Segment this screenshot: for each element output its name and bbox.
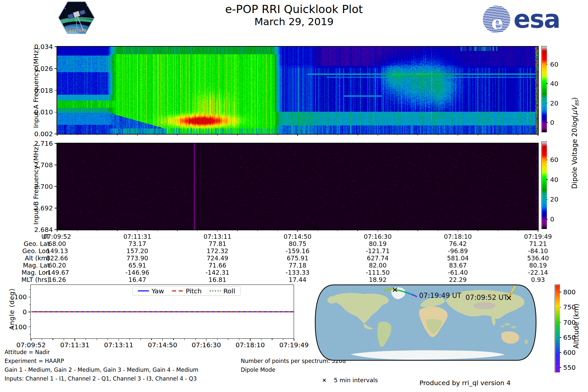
colorbar-tick-label: 0 — [550, 215, 554, 223]
interval-marker-icon: × — [322, 377, 326, 383]
xtick-mark — [57, 230, 57, 232]
table-cell: 18.92 — [351, 276, 404, 283]
altitude-tick-mark — [560, 367, 561, 368]
table-cell: 724.49 — [191, 254, 244, 262]
minor-xtick-mark — [318, 230, 318, 231]
minor-xtick-mark — [417, 134, 418, 135]
table-cell: 773.90 — [111, 254, 163, 262]
table-cell: 07:19:49 — [512, 233, 564, 240]
altitude-tick-mark — [560, 322, 561, 323]
xtick-mark — [538, 230, 538, 232]
minor-xtick-mark — [77, 230, 77, 231]
minor-xtick-mark — [197, 134, 198, 135]
minor-xtick-mark — [117, 134, 117, 135]
minor-xtick-mark — [498, 230, 498, 231]
altitude-colorbar — [555, 285, 560, 372]
table-cell: 675.91 — [271, 254, 324, 262]
ytick-label: 0.034 — [31, 43, 53, 51]
xtick-mark — [378, 230, 378, 232]
input-b-spectrogram — [57, 143, 538, 230]
colorbar-tick-mark — [546, 122, 548, 123]
page-title: e-POP RRI Quicklook Plot March 29, 2019 — [147, 3, 441, 27]
colorbar-a — [542, 47, 547, 132]
minor-xtick-mark — [518, 230, 518, 231]
track-start-time-label: 07:09:52 UT — [466, 294, 508, 302]
altitude-tick-label: 800 — [563, 288, 576, 296]
gains-text: Gain 1 - Medium, Gain 2 - Medium, Gain 3… — [5, 367, 198, 373]
xtick-mark — [458, 134, 458, 136]
angle-minor-xtick — [129, 339, 130, 340]
ytick-mark — [55, 186, 57, 187]
colorbar-tick-label: 40 — [550, 176, 558, 184]
minor-xtick-mark — [398, 230, 398, 231]
esa-globe-icon: e — [483, 6, 510, 33]
ytick-label: 2.692 — [31, 204, 53, 212]
angle-minor-xtick — [217, 339, 218, 340]
produced-by-text: Produced by rri_ql version 4 — [419, 379, 511, 387]
patch-label: CASSIOPE — [66, 29, 87, 32]
track-end-time-label: 07:19:49 UT — [419, 292, 461, 300]
angle-ytick-label: 0 — [7, 308, 27, 316]
table-cell: 822.66 — [31, 254, 83, 262]
inputs-text: Inputs: Channel 1 - I1, Channel 2 - Q1, … — [5, 375, 197, 382]
xtick-mark — [137, 230, 138, 232]
altitude-tick-mark — [560, 292, 561, 292]
experiment-text: Experiment = HAARP — [5, 358, 64, 364]
angle-xtick-mark — [206, 339, 207, 341]
minor-xtick-mark — [417, 230, 418, 231]
ytick-mark — [55, 229, 57, 230]
table-cell: 80.19 — [512, 262, 564, 269]
colorbar-tick-label: 20 — [550, 99, 558, 107]
minor-xtick-mark — [177, 230, 177, 231]
colorbar-tick-mark — [546, 160, 548, 160]
plot-date: March 29, 2019 — [147, 16, 441, 27]
minor-xtick-mark — [438, 230, 438, 231]
esa-wordmark: esa — [514, 5, 560, 34]
minor-xtick-mark — [197, 230, 198, 231]
angle-xtick-mark — [74, 339, 75, 341]
table-cell: 60.20 — [31, 262, 83, 269]
minor-xtick-mark — [237, 134, 237, 135]
angle-xtick-mark — [119, 339, 119, 341]
table-cell: 16.47 — [111, 276, 163, 283]
ytick-label: 2.708 — [31, 161, 53, 169]
angle-ytick-label: −100 — [7, 323, 27, 331]
angle-minor-ytick — [29, 304, 31, 305]
table-cell: 581.04 — [432, 254, 484, 262]
table-cell: -149.67 — [31, 269, 83, 276]
table-cell: 07:09:52 — [31, 233, 83, 240]
table-cell: 536.40 — [512, 254, 564, 262]
table-cell: 17.44 — [271, 276, 324, 283]
table-cell: -61.40 — [432, 269, 484, 276]
table-cell: 71.66 — [191, 262, 244, 269]
ytick-mark — [55, 134, 57, 134]
angle-xtick-mark — [294, 339, 294, 341]
minor-xtick-mark — [337, 134, 338, 135]
xtick-mark — [57, 134, 57, 136]
minor-xtick-mark — [498, 134, 498, 135]
xtick-mark — [297, 230, 298, 232]
cassiope-mission-patch: CASSIOPE — [58, 1, 95, 35]
table-cell: 77.81 — [191, 240, 244, 247]
table-cell: 149.13 — [31, 247, 83, 254]
angle-minor-xtick — [107, 339, 108, 340]
angle-xtick-label: 07:19:49 — [274, 341, 314, 349]
legend-item-roll: Roll — [210, 287, 235, 295]
colorbar-tick-label: 40 — [550, 80, 558, 88]
angle-xtick-label: 07:13:11 — [99, 341, 138, 349]
minor-xtick-mark — [478, 134, 478, 135]
angle-minor-xtick — [151, 339, 152, 340]
minor-xtick-mark — [257, 230, 258, 231]
angle-minor-xtick — [261, 339, 261, 340]
table-cell: 73.17 — [111, 240, 163, 247]
table-cell: 172.32 — [191, 247, 244, 254]
colorbar-tick-mark — [546, 179, 548, 180]
table-cell: 07:16:30 — [351, 233, 404, 240]
legend-item-yaw: Yaw — [138, 287, 164, 295]
xtick-mark — [217, 230, 218, 232]
table-cell: 07:18:10 — [432, 233, 484, 240]
table-cell: -133.33 — [271, 269, 324, 276]
angle-minor-xtick — [239, 339, 239, 340]
plot-title: e-POP RRI Quicklook Plot — [147, 3, 441, 16]
table-cell: 627.74 — [351, 254, 404, 262]
